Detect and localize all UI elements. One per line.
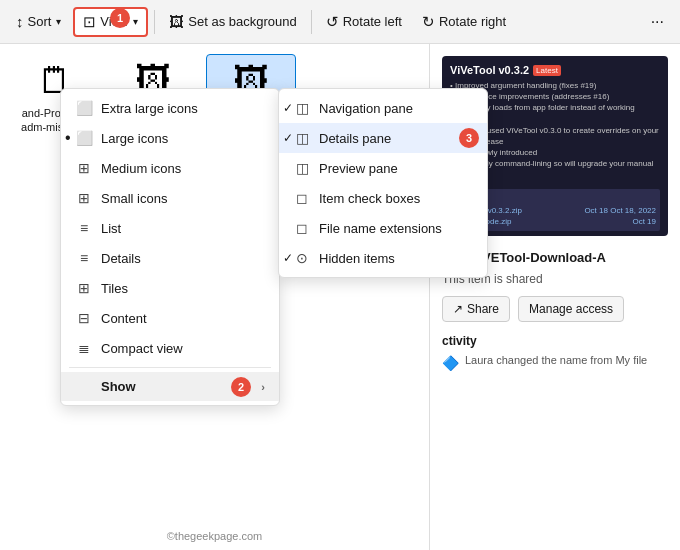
dropdown-item-details[interactable]: ≡ Details [61,243,279,273]
dropdown-item-compact[interactable]: ≣ Compact view [61,333,279,363]
preview-badge: Latest [533,65,561,76]
dropdown-item-content[interactable]: ⊟ Content [61,303,279,333]
view-dropdown: ⬜ Extra large icons ⬜ Large icons ⊞ Medi… [60,88,280,406]
rotate-left-icon: ↺ [326,13,339,31]
rotate-right-button[interactable]: ↻ Rotate right [414,9,514,35]
rotate-left-label: Rotate left [343,14,402,29]
label-medium: Medium icons [101,161,181,176]
set-background-label: Set as background [188,14,296,29]
label-extra-large: Extra large icons [101,101,198,116]
icon-list: ≡ [75,220,93,236]
label-small: Small icons [101,191,167,206]
icon-compact: ≣ [75,340,93,356]
toolbar: ↕ Sort ▾ ⊡ View ▾ 1 🖼 Set as background … [0,0,680,44]
view-chevron: ▾ [133,16,138,27]
submenu-item-nav-pane[interactable]: ◫ Navigation pane [279,93,487,123]
badge-1: 1 [110,8,130,28]
icon-content: ⊟ [75,310,93,326]
preview-title: ViVeTool v0.3.2 [450,64,529,76]
icon-extensions: ◻ [293,220,311,236]
rotate-right-label: Rotate right [439,14,506,29]
submenu-item-checkboxes[interactable]: ◻ Item check boxes [279,183,487,213]
badge-3: 3 [459,128,479,148]
activity-title: ctivity [442,334,668,348]
activity-item: 🔷 Laura changed the name from My file [442,354,668,371]
dropdown-item-extra-large[interactable]: ⬜ Extra large icons [61,93,279,123]
icon-details: ≡ [75,250,93,266]
icon-nav-pane: ◫ [293,100,311,116]
sort-chevron: ▾ [56,16,61,27]
more-button[interactable]: ··· [643,9,672,35]
label-preview-pane: Preview pane [319,161,398,176]
icon-checkboxes: ◻ [293,190,311,206]
main-area: 🗒 and-Pro-Tool-adm-missions 🖼 I-Archov-t… [0,44,680,550]
icon-tiles: ⊞ [75,280,93,296]
icon-extra-large: ⬜ [75,100,93,116]
manage-access-button[interactable]: Manage access [518,296,624,322]
label-content: Content [101,311,147,326]
label-nav-pane: Navigation pane [319,101,413,116]
dropdown-item-small[interactable]: ⊞ Small icons [61,183,279,213]
label-checkboxes: Item check boxes [319,191,420,206]
badge-2: 2 [231,377,251,397]
sort-button[interactable]: ↕ Sort ▾ [8,9,69,34]
share-button[interactable]: ↗ Share [442,296,510,322]
label-large: Large icons [101,131,168,146]
label-details-pane: Details pane [319,131,391,146]
rotate-right-icon: ↻ [422,13,435,31]
submenu-item-details-pane[interactable]: ◫ Details pane 3 [279,123,487,153]
icon-hidden: ⊙ [293,250,311,266]
share-icon: ↗ [453,302,463,316]
activity-text: Laura changed the name from My file [465,354,647,366]
dropdown-item-medium[interactable]: ⊞ Medium icons [61,153,279,183]
rotate-left-button[interactable]: ↺ Rotate left [318,9,410,35]
view-icon: ⊡ [83,13,96,31]
label-tiles: Tiles [101,281,128,296]
background-icon: 🖼 [169,13,184,30]
asset-date: Oct 19 [632,217,656,226]
show-submenu: ◫ Navigation pane ◫ Details pane 3 ◫ Pre… [278,88,488,278]
icon-small: ⊞ [75,190,93,206]
dropdown-item-tiles[interactable]: ⊞ Tiles [61,273,279,303]
dropdown-item-list[interactable]: ≡ List [61,213,279,243]
asset-date: Oct 18 Oct 18, 2022 [584,206,656,215]
filename-text: ViVETool-Download-A [470,250,606,265]
show-arrow-icon: › [261,381,265,393]
label-compact: Compact view [101,341,183,356]
label-extensions: File name extensions [319,221,442,236]
sep2 [311,10,312,34]
watermark: ©thegeekpage.com [167,530,263,542]
label-show: Show [101,379,136,394]
sort-icon: ↕ [16,13,24,30]
details-actions: ↗ Share Manage access [442,296,668,322]
submenu-item-preview-pane[interactable]: ◫ Preview pane [279,153,487,183]
icon-details-pane: ◫ [293,130,311,146]
sort-label: Sort [28,14,52,29]
label-list: List [101,221,121,236]
dropdown-item-large[interactable]: ⬜ Large icons [61,123,279,153]
submenu-item-hidden[interactable]: ⊙ Hidden items [279,243,487,273]
activity-label: ctivity [442,334,477,348]
dropdown-sep [69,367,271,368]
icon-medium: ⊞ [75,160,93,176]
label-hidden: Hidden items [319,251,395,266]
manage-access-label: Manage access [529,302,613,316]
label-details: Details [101,251,141,266]
icon-large: ⬜ [75,130,93,146]
sep1 [154,10,155,34]
dropdown-item-show[interactable]: Show › 2 [61,372,279,401]
set-background-button[interactable]: 🖼 Set as background [161,9,304,34]
activity-icon: 🔷 [442,355,459,371]
share-label: Share [467,302,499,316]
icon-preview-pane: ◫ [293,160,311,176]
submenu-item-extensions[interactable]: ◻ File name extensions [279,213,487,243]
